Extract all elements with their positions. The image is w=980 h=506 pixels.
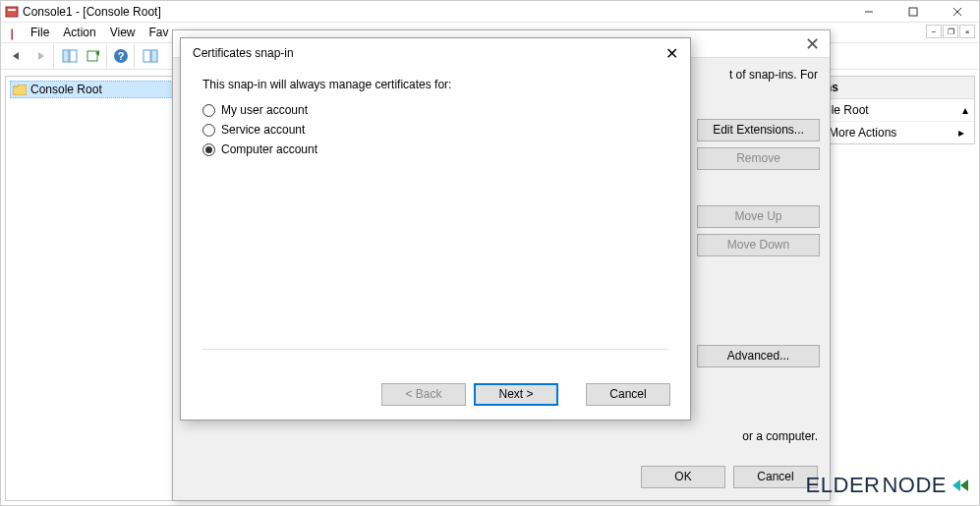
collapse-icon[interactable]: ▴	[962, 103, 968, 117]
cert-prompt-text: This snap-in will always manage certific…	[202, 78, 668, 91]
radio-icon	[202, 124, 215, 137]
cert-title-text: Certificates snap-in	[193, 46, 294, 60]
cert-footer: < Back Next > Cancel	[381, 383, 670, 406]
menu-action[interactable]: Action	[57, 24, 101, 41]
console-tree-panel: Console Root	[5, 76, 180, 501]
cert-body: This snap-in will always manage certific…	[181, 68, 690, 172]
titlebar: Console1 - [Console Root]	[1, 1, 979, 23]
radio-service-account[interactable]: Service account	[202, 123, 668, 137]
actions-more-actions[interactable]: More Actions ▸	[819, 122, 974, 143]
addremove-ok-button[interactable]: OK	[641, 466, 725, 488]
menu-favorites[interactable]: Fav	[144, 24, 175, 41]
remove-button[interactable]: Remove	[697, 147, 820, 170]
logo-mark-icon	[951, 475, 972, 496]
actions-header: ns	[819, 77, 974, 99]
maximize-button[interactable]	[891, 1, 935, 23]
addremove-description-fragment: or a computer.	[185, 429, 818, 443]
menu-view[interactable]: View	[104, 24, 142, 41]
close-button[interactable]	[935, 1, 979, 23]
addremove-desc-text: or a computer.	[185, 429, 818, 443]
edit-extensions-button[interactable]: Edit Extensions...	[697, 119, 820, 141]
svg-rect-6	[12, 29, 13, 39]
mmc-app-icon	[5, 5, 19, 19]
certificates-snapin-dialog: Certificates snap-in ✕ This snap-in will…	[180, 37, 691, 421]
mdi-controls: − ❐ ×	[926, 25, 975, 38]
addremove-button-column: Edit Extensions... Remove Move Up Move D…	[697, 119, 820, 256]
advanced-button[interactable]: Advanced...	[697, 345, 820, 367]
wizard-cancel-button[interactable]: Cancel	[586, 383, 670, 406]
svg-rect-10	[87, 51, 97, 61]
radio-icon	[202, 104, 215, 117]
wizard-back-button[interactable]: < Back	[381, 383, 466, 406]
move-down-button[interactable]: Move Down	[697, 234, 820, 256]
wizard-next-button[interactable]: Next >	[474, 383, 558, 406]
radio-computer-account[interactable]: Computer account	[202, 142, 668, 156]
radio-label: My user account	[221, 103, 308, 117]
radio-icon	[202, 143, 215, 156]
addremove-intro-fragment: t of snap-ins. For	[729, 68, 818, 82]
minimize-button[interactable]	[846, 1, 891, 23]
svg-rect-1	[8, 9, 16, 11]
eldernode-logo: ELDERNODE	[806, 473, 972, 498]
cert-close-button[interactable]: ✕	[665, 44, 678, 63]
actions-section-label: ole Root	[825, 103, 869, 117]
radio-my-user-account[interactable]: My user account	[202, 103, 668, 117]
mdi-restore[interactable]: ❐	[943, 25, 958, 38]
folder-icon	[13, 84, 27, 95]
cert-titlebar: Certificates snap-in ✕	[181, 38, 690, 68]
logo-node: NODE	[882, 473, 947, 498]
nav-forward-button[interactable]	[30, 44, 54, 68]
svg-rect-9	[70, 50, 77, 62]
mmc-doc-icon	[5, 26, 19, 39]
logo-elder: ELDER	[806, 473, 881, 498]
cert-separator	[202, 349, 668, 350]
radio-label: Service account	[221, 123, 305, 137]
menu-file[interactable]: File	[25, 24, 55, 41]
svg-text:?: ?	[118, 50, 125, 62]
actions-section-title: ole Root ▴	[819, 99, 974, 122]
svg-rect-0	[6, 7, 18, 17]
window-title: Console1 - [Console Root]	[23, 5, 161, 19]
move-up-button[interactable]: Move Up	[697, 205, 820, 228]
window-controls	[846, 1, 979, 23]
tree-item-console-root[interactable]: Console Root	[10, 81, 175, 98]
radio-label: Computer account	[221, 142, 317, 156]
actions-panel: ns ole Root ▴ More Actions ▸	[818, 76, 975, 144]
mdi-close[interactable]: ×	[959, 25, 975, 38]
tree-item-label: Console Root	[30, 83, 102, 96]
addremove-close-button[interactable]: ✕	[805, 33, 820, 55]
export-list-button[interactable]	[84, 44, 107, 68]
help-button[interactable]: ?	[111, 44, 135, 68]
actions-item-label: More Actions	[829, 126, 896, 140]
svg-rect-8	[63, 50, 69, 62]
svg-rect-13	[144, 50, 150, 62]
mdi-minimize[interactable]: −	[926, 25, 942, 38]
nav-back-button[interactable]	[5, 44, 29, 68]
advanced-button-wrap: Advanced...	[697, 345, 820, 367]
show-hide-action-pane-button[interactable]	[139, 44, 162, 68]
show-hide-tree-button[interactable]	[58, 44, 82, 68]
addremove-footer: OK Cancel	[641, 466, 818, 488]
svg-rect-3	[909, 8, 917, 16]
svg-rect-14	[151, 50, 157, 62]
submenu-arrow-icon: ▸	[958, 126, 964, 140]
